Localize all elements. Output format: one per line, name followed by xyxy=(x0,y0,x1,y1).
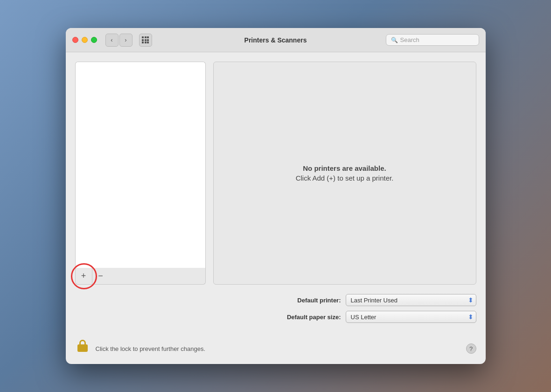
lock-text: Click the lock to prevent further change… xyxy=(96,345,206,352)
lock-body xyxy=(77,344,88,352)
printer-list xyxy=(75,62,206,268)
footer: Click the lock to prevent further change… xyxy=(66,335,486,364)
titlebar: ‹ › Printers & Scanners 🔍 xyxy=(66,28,486,52)
grid-view-button[interactable] xyxy=(139,34,152,47)
list-controls: + − xyxy=(75,268,206,285)
no-printer-line1: No printers are available. xyxy=(296,164,394,172)
lock-icon[interactable] xyxy=(75,340,90,357)
close-button[interactable] xyxy=(72,37,78,43)
default-paper-select-wrapper: US Letter A4 Legal Tabloid ⬍ xyxy=(346,311,476,323)
maximize-button[interactable] xyxy=(91,37,97,43)
search-icon: 🔍 xyxy=(391,37,398,43)
bottom-settings: Default printer: Last Printer Used No Pr… xyxy=(66,294,486,335)
back-button[interactable]: ‹ xyxy=(105,34,119,47)
window-title: Printers & Scanners xyxy=(244,36,307,44)
forward-button[interactable]: › xyxy=(119,34,133,47)
remove-printer-button[interactable]: − xyxy=(92,268,109,284)
grid-icon xyxy=(142,36,149,43)
default-paper-select[interactable]: US Letter A4 Legal Tabloid xyxy=(346,311,476,323)
no-printer-message: No printers are available. Click Add (+)… xyxy=(296,164,394,182)
traffic-lights xyxy=(72,37,97,43)
lock-shackle xyxy=(79,340,86,344)
help-button[interactable]: ? xyxy=(466,343,476,354)
default-paper-row: Default paper size: US Letter A4 Legal T… xyxy=(75,311,476,323)
add-btn-wrapper: + xyxy=(76,268,92,284)
printers-scanners-window: ‹ › Printers & Scanners 🔍 + − xyxy=(66,28,486,364)
minimize-button[interactable] xyxy=(82,37,88,43)
default-printer-row: Default printer: Last Printer Used No Pr… xyxy=(75,294,476,306)
default-printer-select[interactable]: Last Printer Used No Printer Selected xyxy=(346,294,476,306)
search-input[interactable] xyxy=(400,36,474,43)
nav-buttons: ‹ › xyxy=(105,34,133,47)
no-printer-line2: Click Add (+) to set up a printer. xyxy=(296,174,394,182)
right-panel: No printers are available. Click Add (+)… xyxy=(213,62,476,285)
search-bar: 🔍 xyxy=(386,34,479,46)
default-paper-label: Default paper size: xyxy=(287,314,341,321)
add-printer-button[interactable]: + xyxy=(76,268,92,284)
default-printer-select-wrapper: Last Printer Used No Printer Selected ⬍ xyxy=(346,294,476,306)
default-printer-label: Default printer: xyxy=(297,297,341,304)
main-content: + − No printers are available. Click Add… xyxy=(66,52,486,294)
left-panel: + − xyxy=(75,62,206,285)
